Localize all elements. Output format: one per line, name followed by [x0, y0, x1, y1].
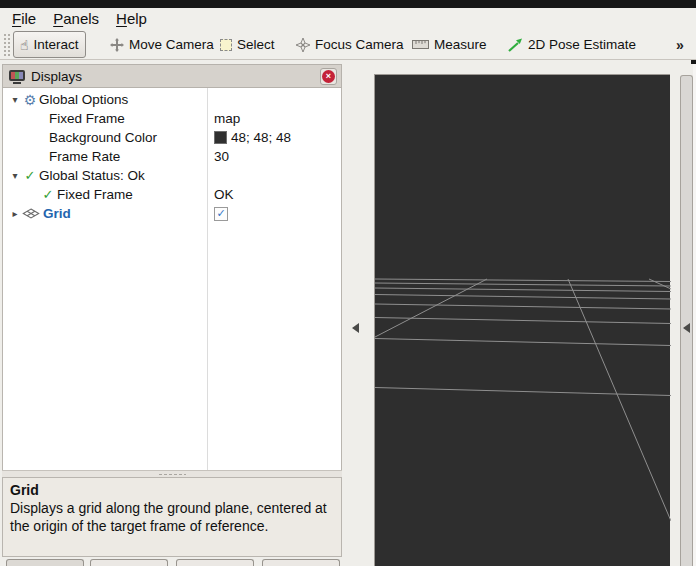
status-value: OK	[214, 187, 234, 202]
window-top-border	[0, 0, 696, 8]
panel-footer-button-4[interactable]	[262, 559, 340, 566]
right-panel-collapsed-bar[interactable]	[680, 75, 693, 566]
tool-label: Interact	[34, 37, 79, 52]
menu-bar: File Panels Help	[0, 8, 696, 29]
menu-panels[interactable]: Panels	[53, 10, 99, 27]
menu-file[interactable]: File	[12, 10, 36, 27]
move-camera-tool-button[interactable]: Move Camera	[104, 31, 220, 58]
tool-label: Focus Camera	[315, 37, 404, 52]
grid-icon	[22, 208, 40, 219]
interact-tool-button[interactable]: ☝ Interact	[13, 31, 86, 58]
panel-splitter[interactable]	[2, 470, 342, 477]
toolbar: ☝ Interact Move Camera Select Focus Came…	[0, 29, 696, 60]
measure-tool-button[interactable]: Measure	[406, 31, 493, 58]
displays-panel-titlebar[interactable]: Displays	[2, 64, 342, 88]
menu-help[interactable]: Help	[116, 10, 147, 27]
tool-label: Measure	[434, 37, 487, 52]
grid-enabled-checkbox[interactable]	[214, 207, 228, 221]
right-splitter-collapse-arrow-icon[interactable]	[683, 323, 690, 333]
left-splitter-collapse-arrow-icon[interactable]	[352, 323, 359, 333]
displays-panel-title: Displays	[31, 69, 320, 84]
green-arrow-icon	[508, 38, 523, 52]
help-body: Displays a grid along the ground plane, …	[10, 499, 334, 535]
displays-close-button[interactable]	[320, 68, 337, 85]
select-tool-button[interactable]: Select	[214, 31, 281, 58]
tool-label: 2D Pose Estimate	[528, 37, 636, 52]
toolbar-overflow-button[interactable]	[676, 37, 684, 53]
row-global-status[interactable]: Global Status: Ok	[3, 166, 341, 185]
gear-icon	[21, 92, 39, 108]
render-viewport-3d[interactable]	[374, 74, 670, 566]
background-color-value[interactable]: 48; 48; 48	[214, 130, 291, 145]
ruler-icon	[412, 40, 429, 49]
expander-down-icon[interactable]	[9, 170, 21, 181]
fixed-frame-value[interactable]: map	[214, 111, 240, 126]
status-ok-check-icon	[21, 168, 39, 183]
grid-lines-group	[375, 279, 671, 521]
row-fixed-frame[interactable]: Fixed Frame map	[3, 109, 341, 128]
toolbar-drag-handle[interactable]	[3, 33, 10, 56]
hand-icon: ☝	[20, 38, 29, 52]
row-background-color[interactable]: Background Color 48; 48; 48	[3, 128, 341, 147]
panel-footer-button-1[interactable]	[6, 559, 84, 566]
close-icon	[322, 70, 335, 83]
tool-label: Move Camera	[129, 37, 214, 52]
tool-label: Select	[237, 37, 275, 52]
row-grid-display[interactable]: Grid	[3, 204, 341, 223]
displays-monitor-icon	[9, 70, 25, 83]
expander-down-icon[interactable]	[9, 94, 21, 105]
help-description-panel: Grid Displays a grid along the ground pl…	[2, 477, 342, 557]
row-frame-rate[interactable]: Frame Rate 30	[3, 147, 341, 166]
status-ok-check-icon	[39, 187, 57, 202]
help-title: Grid	[10, 481, 334, 499]
splitter-grip-icon	[158, 473, 186, 476]
selection-box-icon	[220, 39, 232, 51]
focus-camera-tool-button[interactable]: Focus Camera	[290, 31, 410, 58]
displays-tree: Global Options Fixed Frame map Backgroun…	[2, 88, 342, 470]
pose-estimate-tool-button[interactable]: 2D Pose Estimate	[502, 31, 642, 58]
focus-target-icon	[296, 38, 310, 52]
frame-rate-value[interactable]: 30	[214, 149, 229, 164]
panel-footer-button-2[interactable]	[90, 559, 168, 566]
color-swatch	[214, 131, 227, 144]
row-status-fixed-frame[interactable]: Fixed Frame OK	[3, 185, 341, 204]
panel-footer-button-3[interactable]	[176, 559, 254, 566]
ground-grid	[375, 75, 671, 566]
move-icon	[110, 38, 124, 52]
row-global-options[interactable]: Global Options	[3, 90, 341, 109]
expander-right-icon[interactable]	[9, 208, 21, 219]
